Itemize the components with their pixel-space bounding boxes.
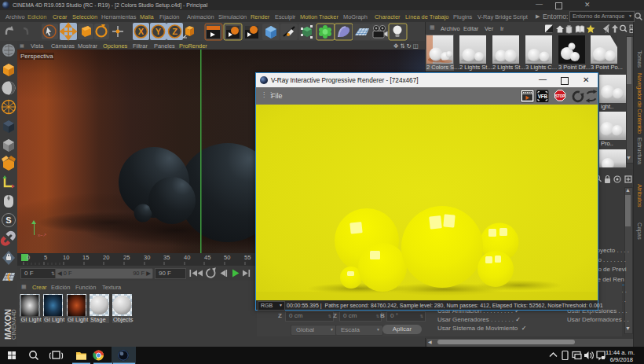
svg-text:3 Point Po...: 3 Point Po... (591, 64, 623, 71)
svg-text:x~↗: x~↗ (38, 233, 47, 237)
svg-text:15: 15 (82, 254, 89, 261)
svg-text:11:44 a. m.: 11:44 a. m. (606, 349, 635, 356)
svg-text:Y: Y (156, 27, 162, 36)
svg-text:VFB: VFB (538, 94, 548, 99)
svg-text:6/9/2018: 6/9/2018 (610, 356, 633, 363)
svg-text:35: 35 (163, 254, 170, 261)
svg-text:2 Colors S...: 2 Colors S... (426, 64, 459, 71)
svg-text:GI Light: GI Light (68, 316, 89, 323)
svg-text:S: S (5, 215, 11, 225)
svg-text:55: 55 (244, 254, 251, 261)
svg-text:10: 10 (63, 254, 69, 261)
svg-text:25: 25 (123, 254, 130, 261)
svg-text:X: X (138, 27, 145, 36)
svg-text:STOP: STOP (555, 94, 565, 98)
svg-text:30: 30 (144, 254, 150, 261)
svg-text:ight..: ight.. (601, 103, 613, 110)
svg-text:45: 45 (204, 254, 210, 261)
svg-text:GI Light: GI Light (44, 316, 65, 323)
svg-text:Stage: Stage (90, 316, 106, 323)
svg-text:2 Lights St...: 2 Lights St... (492, 64, 525, 71)
svg-text:Z: Z (172, 27, 177, 36)
svg-text:Pro..: Pro.. (601, 140, 613, 147)
svg-text:0: 0 (27, 254, 30, 261)
svg-text:3 Point Dif...: 3 Point Dif... (558, 64, 591, 71)
svg-text:20: 20 (103, 254, 109, 261)
svg-text:40: 40 (184, 254, 190, 261)
svg-text:50: 50 (224, 254, 230, 261)
svg-text:5: 5 (44, 254, 47, 261)
svg-text:Objects: Objects (113, 316, 134, 323)
svg-text:3 Lights C...: 3 Lights C... (525, 64, 557, 71)
svg-text:GI Light: GI Light (21, 316, 42, 323)
svg-text:2 Lights St...: 2 Lights St... (459, 64, 492, 71)
